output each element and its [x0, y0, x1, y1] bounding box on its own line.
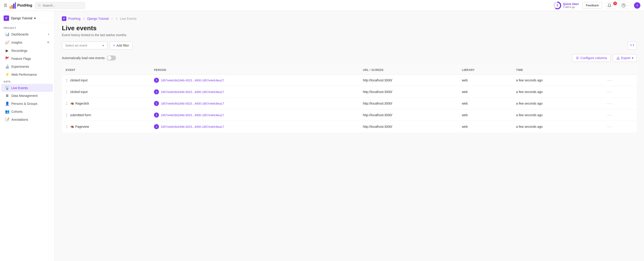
table-row[interactable]: ▲ ▼ clicked input 1 1857e4efc8d184b-0023… [62, 74, 637, 86]
sidebar-item-insights[interactable]: 📈 Insights + [1, 38, 53, 46]
insights-add-icon[interactable]: + [47, 40, 49, 45]
sidebar-item-recordings[interactable]: ▶ Recordings [1, 46, 53, 54]
sidebar-item-annotations[interactable]: 📝 Annotations [1, 116, 53, 124]
row-more-button[interactable]: ··· [608, 113, 612, 117]
person-id-link[interactable]: 1857e4efc8d184b-0023...4000-1857e4efc8ea… [161, 114, 224, 117]
sidebar-item-data-management[interactable]: 🖥 Data Management [1, 92, 53, 100]
person-id-link[interactable]: 1857e4efc8d184b-0023...4000-1857e4efc8ea… [161, 102, 224, 105]
sort-up-icon: ▲ [66, 90, 68, 92]
chevron-down-icon [626, 4, 629, 7]
configure-columns-button[interactable]: Configure columns [572, 54, 610, 62]
top-navigation: ☰ PostHog 3 Quick Start 3 still to go F [0, 0, 644, 11]
table-row[interactable]: ▲ ▼ submitted form 1 1857e4efc8d184b-002… [62, 109, 637, 121]
table-row[interactable]: ▲ ▼ 🦔 Rageclick 1 1857e4efc8d184b-0023..… [62, 98, 637, 109]
event-select-dropdown[interactable]: Select an event ▾ [62, 42, 107, 49]
toggle-knob [107, 56, 112, 60]
url-cell: http://localhost:3000/ [359, 74, 458, 86]
sidebar-item-feature-flags[interactable]: 🚩 Feature Flags [1, 54, 53, 62]
configure-icon [576, 56, 579, 60]
sort-up-icon: ▲ [66, 113, 68, 115]
sort-up-icon: ▲ [66, 124, 68, 127]
code-toggle-button[interactable] [628, 42, 637, 50]
feedback-button[interactable]: Feedback [582, 2, 602, 9]
event-emoji: 🦔 [70, 102, 74, 105]
url-cell: http://localhost:3000/ [359, 121, 458, 132]
quick-start-progress-circle: 3 [554, 2, 561, 9]
export-icon [616, 56, 620, 60]
row-more-button[interactable]: ··· [608, 78, 612, 82]
add-filter-label: Add filter [116, 44, 129, 47]
person-avatar: 1 [154, 112, 159, 118]
sort-down-icon: ▼ [66, 115, 68, 117]
sidebar-item-recordings-label: Recordings [11, 49, 28, 52]
sidebar-item-persons-groups[interactable]: 👤 Persons & Groups [1, 100, 53, 108]
experiments-icon: 🔬 [5, 64, 9, 69]
persons-groups-icon: 👤 [5, 102, 9, 106]
sidebar-item-web-performance[interactable]: ⚡ Web Performance [1, 70, 53, 78]
event-name-cell: ▲ ▼ 🦔 Rageclick [62, 98, 150, 109]
user-avatar[interactable]: I [634, 2, 640, 9]
time-cell: a few seconds ago [512, 86, 604, 98]
search-bar[interactable] [35, 2, 85, 9]
event-name-cell: ▲ ▼ clicked input [62, 86, 150, 98]
logo: PostHog [9, 2, 32, 9]
notifications-button[interactable]: 0 [606, 2, 616, 9]
library-cell: web [458, 86, 512, 98]
time-cell: a few seconds ago [512, 74, 604, 86]
quick-start-button[interactable]: 3 Quick Start 3 still to go [554, 2, 579, 9]
data-section-label: DATA [0, 78, 54, 84]
person-id-link[interactable]: 1857e4efc8d184b-0023...4000-1857e4efc8ea… [161, 125, 224, 128]
menu-toggle-button[interactable]: ☰ [4, 3, 7, 8]
posthog-logo-icon [9, 2, 16, 9]
person-id-link[interactable]: 1857e4efc8d184b-0023...4000-1857e4efc8ea… [161, 79, 224, 82]
quick-start-sublabel: 3 still to go [563, 6, 579, 8]
col-event: EVENT [62, 66, 150, 74]
export-chevron-icon: ▾ [632, 56, 633, 60]
sidebar-item-dashboards[interactable]: 📊 Dashboards ▾ [1, 30, 53, 38]
person-id-link[interactable]: 1857e4efc8d184b-0023...4000-1857e4efc8ea… [161, 90, 224, 94]
svg-line-5 [40, 6, 40, 6]
add-filter-button[interactable]: + Add filter [110, 42, 132, 50]
event-name: Rageclick [75, 102, 89, 105]
breadcrumb-env-link[interactable]: Django Tutorial [87, 17, 109, 20]
dashboards-icon: 📊 [5, 32, 9, 36]
auto-load-label: Automatically load new events [62, 56, 104, 60]
row-more-button[interactable]: ··· [608, 124, 612, 129]
search-input[interactable] [42, 4, 82, 7]
person-avatar: 1 [154, 101, 159, 106]
sidebar-item-cohorts[interactable]: 👥 Cohorts [1, 108, 53, 116]
project-avatar: P [4, 16, 9, 21]
url-cell: http://localhost:3000/ [359, 86, 458, 98]
row-more-button[interactable]: ··· [608, 101, 612, 106]
svg-rect-3 [15, 2, 16, 9]
event-name: Pageview [75, 125, 89, 128]
quick-start-number: 3 [555, 3, 560, 8]
svg-rect-2 [13, 4, 14, 9]
export-button[interactable]: Export ▾ [613, 54, 637, 62]
page-title: Live events [62, 24, 637, 32]
table-row[interactable]: ▲ ▼ 🦔 Pageview 1 1857e4efc8d184b-0023...… [62, 121, 637, 132]
annotations-icon: 📝 [5, 117, 9, 122]
sidebar-item-persons-groups-label: Persons & Groups [11, 102, 37, 106]
event-name-cell: ▲ ▼ 🦔 Pageview [62, 121, 150, 132]
row-more-button[interactable]: ··· [608, 90, 612, 94]
event-name: clicked input [70, 90, 88, 94]
person-cell: 1 1857e4efc8d184b-0023...4000-1857e4efc8… [150, 109, 359, 121]
library-cell: web [458, 109, 512, 121]
sidebar-item-live-events[interactable]: 📡 Live Events [1, 84, 53, 92]
person-avatar: 1 [154, 89, 159, 94]
sidebar-item-experiments[interactable]: 🔬 Experiments [1, 62, 53, 70]
sidebar-item-experiments-label: Experiments [11, 65, 29, 68]
help-button[interactable] [620, 2, 630, 9]
notification-badge: 0 [613, 2, 617, 5]
time-cell: a few seconds ago [512, 98, 604, 109]
project-selector[interactable]: P Django Tutorial ▾ [0, 14, 54, 23]
breadcrumb-project-link[interactable]: PostHog [68, 17, 80, 20]
insights-icon: 📈 [5, 40, 9, 44]
project-section-label: PROJECT [0, 25, 54, 30]
auto-load-toggle[interactable] [107, 56, 116, 60]
dashboards-chevron-icon: ▾ [48, 33, 49, 36]
col-person: PERSON [150, 66, 359, 74]
table-row[interactable]: ▲ ▼ clicked input 1 1857e4efc8d184b-0023… [62, 86, 637, 98]
svg-point-4 [38, 4, 40, 6]
